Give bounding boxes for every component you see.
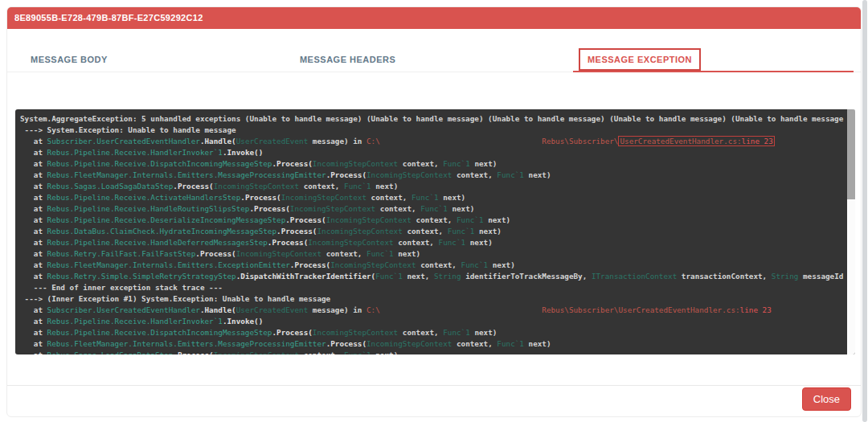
active-tab-highlight-box: MESSAGE EXCEPTION [579,48,701,71]
exception-panel[interactable]: System.AggregateException: 5 unhandled e… [15,109,855,354]
stack-trace-segment: .Process( [268,238,308,247]
stack-trace-segment: IncomingStepContext [313,159,398,168]
tab-message-body[interactable]: MESSAGE BODY [9,48,291,72]
stack-trace-segment: at [20,182,47,191]
stack-trace-line: at Rebus.Pipeline.Receive.HandlerInvoker… [20,147,844,158]
stack-trace-segment: IncomingStepContext [214,182,299,191]
stack-trace-segment: messageId, [798,272,844,281]
exception-scrollbar-track[interactable] [847,109,855,354]
stack-trace-segment: IncomingStepContext [281,193,366,202]
stack-trace-segment: at [20,227,47,236]
stack-trace-line: at Rebus.Retry.FailFast.FailFastStep.Pro… [20,248,844,260]
stack-trace-segment: line 23 [740,305,772,314]
stack-trace-segment: C:\ [366,137,380,145]
stack-trace-segment: next) [470,328,497,337]
stack-trace-line: ---> (Inner Exception #1) System.Excepti… [20,293,844,305]
stack-trace-segment: Rebus.Sagas.LoadSagaDataStep [47,350,174,354]
stack-trace-line: at Rebus.FleetManager.Internals.Emitters… [20,170,844,181]
stack-trace-segment: .Process( [173,350,213,354]
stack-trace-segment: Rebus.Retry.FailFast.FailFastStep [47,249,196,258]
stack-trace-segment: Rebus.FleetManager.Internals.Emitters.Me… [47,339,326,348]
stack-trace-line: at Rebus.Pipeline.Receive.HandleRoutingS… [20,203,844,215]
message-detail-page: 8E89055B-E728-479B-87BF-E27C59292C12 MES… [0,0,868,422]
stack-trace-segment: at [20,305,47,314]
stack-trace-segment: line 23 [742,137,773,145]
stack-trace: System.AggregateException: 5 unhandled e… [20,113,844,354]
tab-message-headers[interactable]: MESSAGE HEADERS [291,48,573,72]
stack-trace-segment: context, [375,204,420,213]
close-button[interactable]: Close [802,387,851,411]
stack-trace-line: at Subscriber.UserCreatedEventHandler.Ha… [20,305,844,316]
tab-bar: MESSAGE BODY MESSAGE HEADERS MESSAGE EXC… [9,48,855,72]
stack-trace-segment: context, [321,249,366,258]
stack-trace-segment: next, [403,272,434,281]
stack-trace-segment: next) [470,159,497,168]
stack-trace-segment: UserCreatedEventHandler.cs: [618,305,739,314]
stack-trace-segment: context, [416,260,461,269]
stack-trace-segment: Func`1 [411,193,439,202]
stack-trace-segment: next) [371,350,399,354]
stack-trace-segment: at [20,193,47,202]
stack-trace-segment: Func`1 [439,238,466,247]
stack-trace-segment [380,137,542,145]
stack-trace-segment: .Process( [276,227,317,236]
stack-trace-segment: at [20,215,47,224]
tab-message-exception[interactable]: MESSAGE EXCEPTION [573,48,855,72]
stack-trace-line: ---> System.Exception: Unable to handle … [20,125,844,136]
stack-trace-segment: Rebus.Pipeline.Receive.HandlerInvoker`1 [47,317,223,326]
stack-trace-segment: Rebus.FleetManager.Internals.Emitters.Me… [47,170,326,179]
stack-trace-segment: message) in [308,137,366,145]
stack-trace-line: at Rebus.Retry.Simple.SimpleRetryStrateg… [20,271,844,282]
stack-trace-segment: Subscriber.UserCreatedEventHandler [47,137,200,145]
stack-trace-segment: next) [465,238,493,247]
stack-trace-line: at Rebus.Sagas.LoadSagaDataStep.Process(… [20,181,844,192]
stack-trace-line: at Subscriber.UserCreatedEventHandler.Ha… [20,136,844,147]
stack-trace-segment: .Handle( [200,305,236,314]
exception-scrollbar-thumb[interactable] [847,109,855,199]
stack-trace-segment: at [20,170,47,179]
stack-trace-segment: UserCreatedEvent [236,305,309,314]
stack-trace-segment: next) [394,249,421,258]
stack-trace-line: System.AggregateException: 5 unhandled e… [20,113,844,125]
stack-trace-segment: Func`1 [344,350,371,354]
stack-trace-line: at Rebus.FleetManager.Internals.Emitters… [20,338,844,350]
stack-trace-segment: at [20,350,47,354]
stack-trace-segment: IncomingStepContext [290,204,375,213]
stack-trace-segment: context, [366,193,411,202]
stack-trace-segment: Func`1 [497,170,524,179]
stack-trace-segment: next) [524,170,551,179]
stack-trace-segment: Rebus.Retry.Simple.SimpleRetryStrategySt… [47,272,236,281]
stack-trace-segment: next) [371,182,399,191]
stack-trace-segment: UserCreatedEvent [236,137,309,145]
message-detail-modal: 8E89055B-E728-479B-87BF-E27C59292C12 MES… [6,6,862,417]
stack-trace-segment: Func`1 [443,159,470,168]
stack-trace-segment: .Process( [290,260,330,269]
stack-trace-segment: IncomingStepContext [326,215,411,224]
page-scrollbar[interactable] [862,0,867,422]
stack-trace-segment: Rebus.DataBus.ClaimCheck.HydrateIncoming… [47,227,276,236]
stack-trace-segment: String [772,272,799,281]
stack-trace-segment: at [20,159,47,168]
stack-trace-segment: .Process( [240,193,280,202]
stack-trace-segment: IncomingStepContext [308,238,393,247]
stack-trace-segment: String [434,272,461,281]
stack-trace-segment: IncomingStepContext [366,339,452,348]
stack-trace-segment: context, [452,170,497,179]
stack-trace-segment: Func`1 [448,227,475,236]
message-id-title: 8E89055B-E728-479B-87BF-E27C59292C12 [14,13,203,23]
stack-trace-segment: UserCreatedEventHandler.cs: [620,137,741,145]
stack-trace-segment: ---> (Inner Exception #1) System.Excepti… [20,294,330,303]
stack-trace-segment: Func`1 [420,204,448,213]
stack-trace-segment: Rebus.Pipeline.Receive.HandleDeferredMes… [47,238,268,247]
stack-trace-segment: next) [439,193,466,202]
stack-trace-segment: .DispatchWithTrackerIdentifier( [236,272,376,281]
stack-trace-segment: .Process( [272,159,312,168]
stack-trace-segment: Func`1 [366,249,394,258]
stack-trace-segment: next) [448,204,475,213]
stack-trace-segment: .Invoke() [223,317,263,326]
stack-trace-segment: .Process( [195,249,235,258]
stack-trace-segment: ---> System.Exception: Unable to handle … [20,125,236,134]
stack-trace-segment: Func`1 [375,272,403,281]
stack-trace-line: at Rebus.Pipeline.Receive.DispatchIncomi… [20,158,844,170]
stack-trace-segment: IncomingStepContext [330,260,416,269]
